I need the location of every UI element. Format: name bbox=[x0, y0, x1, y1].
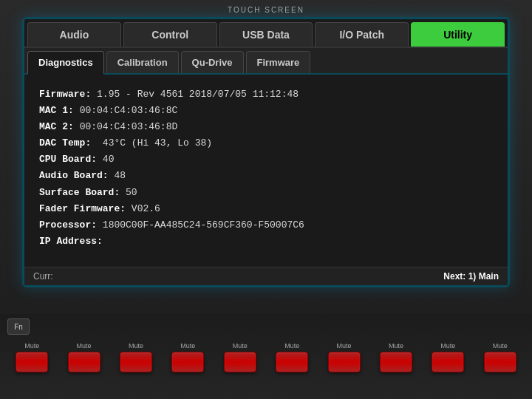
diag-audio-board: Audio Board: 48 bbox=[39, 168, 493, 184]
subtab-calibration[interactable]: Calibration bbox=[106, 51, 179, 73]
mute-button-8[interactable] bbox=[380, 352, 412, 372]
diagnostics-content: Firmware: 1.95 - Rev 4561 2018/07/05 11:… bbox=[24, 75, 508, 267]
subtab-diagnostics[interactable]: Diagnostics bbox=[27, 51, 104, 75]
mute-label-3: Mute bbox=[129, 342, 143, 349]
device-outer: Touch Screen Audio Control USB Data I/O … bbox=[0, 0, 532, 399]
mute-label-8: Mute bbox=[389, 342, 403, 349]
mute-label-9: Mute bbox=[440, 342, 455, 349]
mute-buttons-row: Mute Mute Mute Mute Mute Mute bbox=[0, 339, 532, 375]
mute-group-3: Mute bbox=[120, 342, 152, 372]
diag-surface-board: Surface Board: 50 bbox=[39, 185, 493, 201]
tab-utility[interactable]: Utility bbox=[411, 22, 505, 47]
mute-button-2[interactable] bbox=[68, 352, 100, 372]
tab-io-patch[interactable]: I/O Patch bbox=[315, 22, 409, 47]
touch-screen-label: Touch Screen bbox=[228, 6, 304, 14]
hardware-bottom: Fn Mute Mute Mute Mute Mute bbox=[0, 314, 532, 399]
mute-label-4: Mute bbox=[180, 342, 195, 349]
mute-button-7[interactable] bbox=[328, 352, 361, 372]
mute-button-10[interactable] bbox=[484, 352, 516, 372]
tab-control[interactable]: Control bbox=[123, 22, 217, 47]
mute-label-2: Mute bbox=[77, 342, 92, 349]
mute-group-10: Mute bbox=[484, 342, 516, 372]
mute-button-1[interactable] bbox=[16, 352, 48, 372]
subtab-qu-drive[interactable]: Qu-Drive bbox=[181, 51, 244, 73]
mute-button-6[interactable] bbox=[276, 352, 308, 372]
mute-group-6: Mute bbox=[276, 342, 308, 372]
mute-label-7: Mute bbox=[337, 342, 352, 349]
diag-dac-temp: DAC Temp: 43°C (Hi 43, Lo 38) bbox=[39, 135, 493, 151]
tab-usb-data[interactable]: USB Data bbox=[219, 22, 313, 47]
mute-label-6: Mute bbox=[284, 342, 299, 349]
diag-firmware: Firmware: 1.95 - Rev 4561 2018/07/05 11:… bbox=[39, 86, 493, 103]
status-bar: Curr: Next: 1) Main bbox=[24, 267, 508, 285]
diag-processor: Processor: 1800C00F-AA485C24-569CF360-F5… bbox=[39, 217, 493, 233]
mute-group-1: Mute bbox=[16, 342, 48, 372]
mute-label-10: Mute bbox=[493, 342, 508, 349]
mute-button-3[interactable] bbox=[120, 352, 152, 372]
mute-group-9: Mute bbox=[432, 342, 464, 372]
fn-area: Fn bbox=[0, 314, 532, 339]
mute-group-8: Mute bbox=[380, 342, 412, 372]
mute-group-5: Mute bbox=[224, 342, 256, 372]
mute-label-1: Mute bbox=[24, 342, 39, 349]
screen-bezel: Audio Control USB Data I/O Patch Utility… bbox=[22, 17, 510, 287]
mute-group-4: Mute bbox=[171, 342, 204, 372]
mute-group-7: Mute bbox=[328, 342, 361, 372]
tab-audio[interactable]: Audio bbox=[27, 22, 121, 47]
diag-mac1: MAC 1: 00:04:C4:03:46:8C bbox=[39, 103, 493, 119]
mute-button-5[interactable] bbox=[224, 352, 256, 372]
diag-ip-address: IP Address: bbox=[39, 233, 493, 250]
diag-fader-firmware: Fader Firmware: V02.6 bbox=[39, 201, 493, 217]
top-tabs-bar: Audio Control USB Data I/O Patch Utility bbox=[24, 19, 508, 48]
subtab-firmware[interactable]: Firmware bbox=[246, 51, 311, 73]
fn-button[interactable]: Fn bbox=[7, 318, 30, 335]
status-curr: Curr: bbox=[33, 271, 53, 282]
diag-mac2: MAC 2: 00:04:C4:03:46:8D bbox=[39, 119, 493, 135]
mute-button-9[interactable] bbox=[432, 352, 464, 372]
sub-tabs-bar: Diagnostics Calibration Qu-Drive Firmwar… bbox=[24, 48, 508, 75]
status-next: Next: 1) Main bbox=[443, 271, 499, 282]
mute-label-5: Mute bbox=[233, 342, 248, 349]
diag-cpu-board: CPU Board: 40 bbox=[39, 151, 493, 168]
mute-group-2: Mute bbox=[68, 342, 100, 372]
mute-button-4[interactable] bbox=[171, 352, 204, 372]
